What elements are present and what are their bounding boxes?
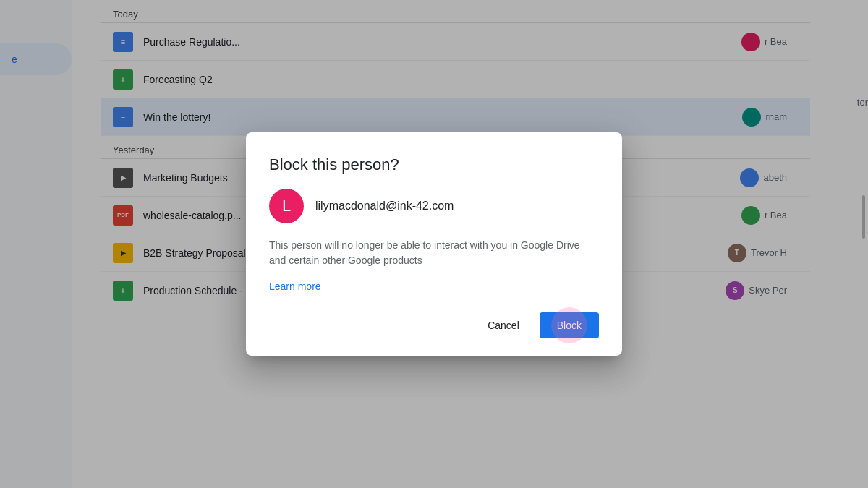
dialog-user-row: L lilymacdonald@ink-42.com [269,189,599,223]
learn-more-link[interactable]: Learn more [269,281,321,292]
avatar-letter: L [282,197,291,215]
user-email: lilymacdonald@ink-42.com [315,200,454,213]
modal-overlay: Block this person? L lilymacdonald@ink-4… [0,0,868,488]
dialog-title: Block this person? [269,155,599,174]
dialog-description: This person will no longer be able to in… [269,238,599,268]
cancel-button[interactable]: Cancel [473,312,534,338]
block-button[interactable]: Block [540,312,599,338]
user-avatar: L [269,189,304,223]
dialog-actions: Cancel Block [269,312,599,338]
block-dialog: Block this person? L lilymacdonald@ink-4… [246,132,622,356]
